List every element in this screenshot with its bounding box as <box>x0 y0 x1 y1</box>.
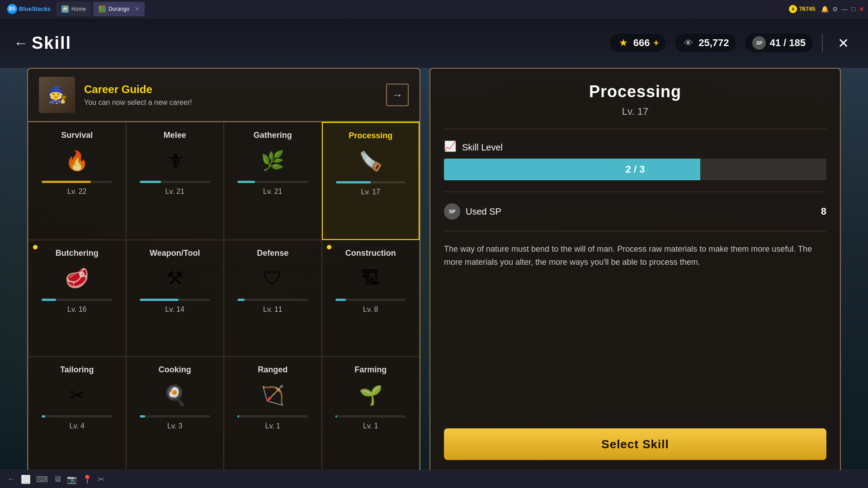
skill-level-text: Lv. 17 <box>361 188 380 196</box>
main-content: 🧙 Career Guide You can now select a new … <box>27 68 841 474</box>
guide-subtitle: You can now select a new career! <box>84 99 377 107</box>
notification-icon[interactable]: 🔔 <box>821 5 829 13</box>
skill-progress-fill <box>237 299 245 301</box>
chart-icon: 📈 <box>444 141 458 154</box>
left-panel: 🧙 Career Guide You can now select a new … <box>27 68 420 474</box>
career-guide: 🧙 Career Guide You can now select a new … <box>27 68 420 122</box>
gold-value: 76745 <box>799 5 815 12</box>
guide-text: Career Guide You can now select a new ca… <box>84 83 377 107</box>
skill-name: Butchering <box>56 249 99 258</box>
skill-level-text: Lv. 1 <box>363 422 378 430</box>
skill-name: Tailoring <box>60 365 94 375</box>
skill-icon: 🗡 <box>159 145 191 176</box>
skill-progress-fill <box>336 181 371 183</box>
window-controls: 🔔 ⚙ — □ ✕ <box>821 5 864 13</box>
bs-icon: BS <box>7 4 17 14</box>
minimize-btn[interactable]: — <box>842 5 848 13</box>
skill-name: Processing <box>349 131 392 141</box>
durango-tab-icon: 🦕 <box>99 5 106 13</box>
bluestacks-logo: BS BlueStacks <box>4 2 54 16</box>
skill-level-text: Lv. 1 <box>265 422 281 430</box>
skill-icon: 🥩 <box>61 263 93 294</box>
guide-avatar: 🧙 <box>39 77 75 113</box>
taskbar-right: $ 76745 🔔 ⚙ — □ ✕ <box>789 5 864 13</box>
skill-progress-bar-wrap <box>237 181 308 183</box>
tab-durango[interactable]: 🦕 Durango ✕ <box>93 2 145 16</box>
skill-cell-tailoring[interactable]: Tailoring✂ Lv. 4 <box>28 357 126 474</box>
skill-cell-defense[interactable]: Defense🛡 Lv. 11 <box>224 240 322 357</box>
taskbar: BS BlueStacks 🏠 Home 🦕 Durango ✕ $ 76745… <box>0 0 868 18</box>
close-btn[interactable]: ✕ <box>859 5 864 13</box>
skill-cell-gathering[interactable]: Gathering🌿 Lv. 21 <box>224 122 322 240</box>
skill-cell-construction[interactable]: Construction🏗 Lv. 8 <box>322 240 420 357</box>
close-button[interactable]: ✕ <box>832 32 854 54</box>
skill-cell-melee[interactable]: Melee🗡 Lv. 21 <box>126 122 224 240</box>
back-nav-icon[interactable]: ← <box>7 474 15 484</box>
crop-icon[interactable]: ✂ <box>98 474 104 484</box>
skill-icon: 🛡 <box>257 263 288 294</box>
header-divider <box>822 34 823 52</box>
skill-cell-cooking[interactable]: Cooking🍳 Lv. 3 <box>126 357 224 474</box>
tab-home[interactable]: 🏠 Home <box>56 2 91 16</box>
skill-icon: 🏗 <box>355 263 387 294</box>
skill-icon: ⚒ <box>159 263 191 294</box>
skill-name: Melee <box>164 131 186 140</box>
skill-progress-bar-wrap <box>140 181 210 183</box>
skill-progress-fill <box>140 415 145 418</box>
app-name: BlueStacks <box>19 5 51 12</box>
maximize-btn[interactable]: □ <box>852 5 855 13</box>
skills-grid: Survival🔥 Lv. 22Melee🗡 Lv. 21Gathering🌿 … <box>27 122 420 474</box>
guide-title: Career Guide <box>84 83 377 96</box>
level-bar-wrap: 2 / 3 <box>444 159 826 180</box>
skill-progress-fill <box>140 299 179 301</box>
currency1-value: 666 <box>633 37 650 49</box>
gold-coin-icon: $ <box>789 5 797 13</box>
detail-skill-level: Lv. 17 <box>444 106 826 117</box>
currency2-value: 25,772 <box>698 37 729 49</box>
guide-arrow-button[interactable]: → <box>386 84 409 106</box>
back-button[interactable]: ← Skill <box>14 33 71 53</box>
location-icon[interactable]: 📍 <box>82 474 92 484</box>
camera-icon[interactable]: 📷 <box>67 474 77 484</box>
home-nav-icon[interactable]: ⬜ <box>21 474 31 484</box>
game-area: ← Skill ★ 666 + 👁 25,772 SP 41 / 185 <box>0 18 868 488</box>
durango-tab-label: Durango <box>108 6 129 12</box>
select-skill-button[interactable]: Select Skill <box>444 428 826 460</box>
currency1-group: ★ 666 + <box>610 34 666 52</box>
skill-level-header: 📈 Skill Level <box>444 141 826 154</box>
settings-icon[interactable]: ⚙ <box>832 5 838 13</box>
skill-cell-ranged[interactable]: Ranged🏹 Lv. 1 <box>224 357 322 474</box>
skill-progress-bar-wrap <box>335 299 406 301</box>
keyboard-icon[interactable]: ⌨ <box>36 474 48 484</box>
display-icon[interactable]: 🖥 <box>53 474 61 484</box>
skill-level-text: Lv. 8 <box>363 305 378 314</box>
skill-cell-weapon-tool[interactable]: Weapon/Tool⚒ Lv. 14 <box>126 240 224 357</box>
skill-progress-bar-wrap <box>237 299 308 301</box>
right-panel: Processing Lv. 17 📈 Skill Level 2 / 3 SP <box>429 68 841 474</box>
skill-progress-bar-wrap <box>336 181 406 183</box>
skill-cell-processing[interactable]: Processing🪚 Lv. 17 <box>322 122 420 240</box>
skill-cell-survival[interactable]: Survival🔥 Lv. 22 <box>28 122 126 240</box>
gold-display: $ 76745 <box>789 5 815 13</box>
skill-icon: 🍳 <box>159 379 191 411</box>
bottom-bar: ← ⬜ ⌨ 🖥 📷 📍 ✂ <box>0 470 868 488</box>
skill-name: Cooking <box>159 365 191 375</box>
page-title: Skill <box>32 33 71 53</box>
skill-name: Gathering <box>254 131 292 140</box>
skill-progress-fill <box>140 181 161 183</box>
skill-progress-fill <box>42 181 91 183</box>
tab-close-icon[interactable]: ✕ <box>135 6 139 12</box>
sp-icon: SP <box>752 36 766 50</box>
skill-progress-bar-wrap <box>237 415 308 418</box>
currency2-group: 👁 25,772 <box>675 34 736 52</box>
currency1-add[interactable]: + <box>653 38 659 48</box>
back-arrow-icon: ← <box>14 35 28 52</box>
skill-cell-farming[interactable]: Farming🌱 Lv. 1 <box>322 357 420 474</box>
sp-value: 8 <box>821 206 826 217</box>
skill-cell-butchering[interactable]: Butchering🥩 Lv. 16 <box>28 240 126 357</box>
skill-name: Weapon/Tool <box>150 249 200 258</box>
detail-divider1 <box>444 129 826 129</box>
skill-level-text: Lv. 21 <box>165 188 184 196</box>
skill-level-text: Lv. 21 <box>263 188 282 196</box>
skill-icon: 🌱 <box>355 379 387 411</box>
